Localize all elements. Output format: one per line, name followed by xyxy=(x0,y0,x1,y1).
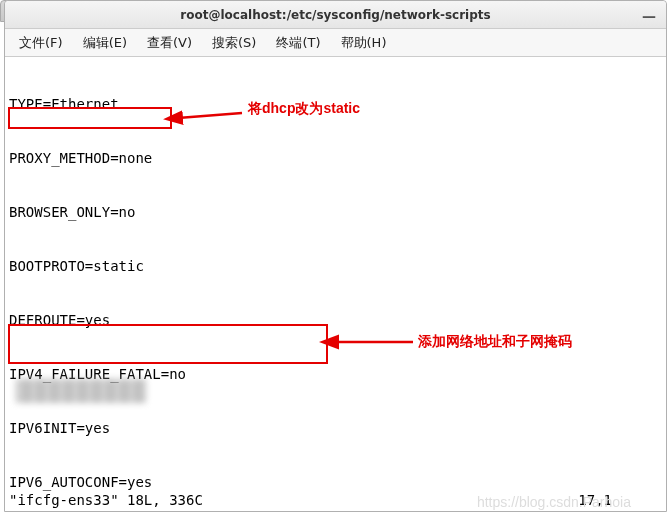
titlebar: root@localhost:/etc/sysconfig/network-sc… xyxy=(5,1,666,29)
menu-search[interactable]: 搜索(S) xyxy=(204,31,264,55)
cfg-line: DEFROUTE=yes xyxy=(9,311,662,329)
cfg-line: BOOTPROTO=static xyxy=(9,257,662,275)
cfg-line: BROWSER_ONLY=no xyxy=(9,203,662,221)
menu-view[interactable]: 查看(V) xyxy=(139,31,200,55)
vim-status-left: "ifcfg-ens33" 18L, 336C xyxy=(9,491,203,509)
window-title: root@localhost:/etc/sysconfig/network-sc… xyxy=(180,8,490,22)
cfg-line: IPV4_FAILURE_FATAL=no xyxy=(9,365,662,383)
menubar: 文件(F) 编辑(E) 查看(V) 搜索(S) 终端(T) 帮助(H) xyxy=(5,29,666,57)
terminal-content[interactable]: TYPE=Ethernet PROXY_METHOD=none BROWSER_… xyxy=(5,57,666,511)
terminal-window: root@localhost:/etc/sysconfig/network-sc… xyxy=(4,0,667,512)
cfg-line: IPV6_AUTOCONF=yes xyxy=(9,473,662,491)
vim-status-right: 17,1 xyxy=(578,491,612,509)
menu-file[interactable]: 文件(F) xyxy=(11,31,71,55)
cfg-line: TYPE=Ethernet xyxy=(9,95,662,113)
menu-help[interactable]: 帮助(H) xyxy=(333,31,395,55)
vim-status-line: "ifcfg-ens33" 18L, 336C 17,1 xyxy=(9,491,662,509)
cfg-line: PROXY_METHOD=none xyxy=(9,149,662,167)
cfg-line: IPV6INIT=yes xyxy=(9,419,662,437)
minimize-button[interactable]: — xyxy=(642,8,656,24)
menu-terminal[interactable]: 终端(T) xyxy=(268,31,328,55)
menu-edit[interactable]: 编辑(E) xyxy=(75,31,135,55)
